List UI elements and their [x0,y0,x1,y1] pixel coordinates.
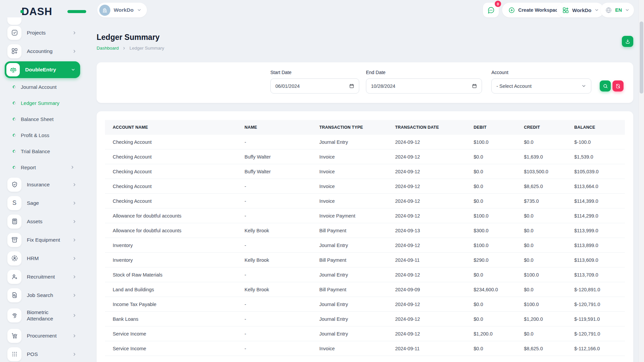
cell-name: - [237,312,312,326]
sidebar-item-projects[interactable]: Projects [0,23,83,42]
cell-credit: $0.0 [516,326,567,341]
sidebar-item-insurance[interactable]: Insurance [0,175,83,194]
account-label: Account [491,70,508,75]
column-header-transaction-date: TRANSACTION DATE [387,120,466,135]
sidebar-item-fix-equipment[interactable]: Fix Equipment [0,231,83,249]
cell-account-name: Inventory [105,253,237,267]
column-header-credit: CREDIT [516,120,567,135]
double-entry-icon [6,63,20,76]
cell-balance: $-120,791.0 [567,326,625,341]
sidebar-item-accounting[interactable]: Accounting [0,42,83,60]
cell-transaction-type: Invoice [312,341,387,356]
cell-transaction-date: 2024-09-12 [387,194,466,208]
sidebar-item-assets[interactable]: Assets [0,212,83,231]
cell-balance: $105,039.0 [567,164,625,179]
sidebar-subitem-profit-loss[interactable]: Profit & Loss [0,127,83,143]
chevron-right-icon [70,165,75,170]
sidebar-subitem-trial-balance[interactable]: Trial Balance [0,143,83,159]
table-row: Checking AccountBuffy WalterInvoice2024-… [105,164,625,179]
sidebar-item-pos[interactable]: POS [0,345,83,362]
apply-filter-button[interactable] [600,80,611,92]
end-date-input[interactable] [366,78,482,94]
reset-filter-button[interactable] [612,80,624,92]
scrollbar-thumb[interactable] [640,21,643,94]
cell-debit: $300.0 [466,223,516,238]
sidebar-item-sage[interactable]: SSage [0,194,83,212]
chevron-down-icon [137,8,142,12]
table-row: Land and BuildingsKelly BrookBill Paymen… [105,282,625,297]
sage-icon: S [7,196,21,210]
account-select[interactable]: - Select Account [491,78,591,94]
filter-panel: Start Date End Date Account - Select Acc… [97,62,633,103]
cell-transaction-date: 2024-09-12 [387,208,466,223]
language-selector[interactable]: EN [600,3,634,17]
cell-transaction-date: 2024-09-12 [387,326,466,341]
accounting-icon [7,44,21,58]
chevron-down-icon [581,83,586,88]
chat-icon [487,6,495,14]
cell-name: Kelly Brook [237,223,312,238]
chevron-down-icon [71,67,75,72]
breadcrumb: Dashboard Ledger Summary [97,46,164,51]
sidebar-subitem-journal-account[interactable]: Journal Account [0,79,83,95]
logo-accent-dash [67,10,86,13]
cell-balance: $-119,591.0 [567,312,625,326]
procurement-icon [7,329,21,343]
cell-account-name: Allowance for doubtful accounts [105,208,237,223]
workspace-menu-button[interactable]: WorkDo [557,3,604,17]
cell-credit: $100.0 [516,267,567,282]
messages-button[interactable]: 0 [483,3,499,17]
start-date-label: Start Date [270,70,291,75]
insurance-icon [7,178,21,192]
cell-credit: $103,500.0 [516,164,567,179]
start-date-input[interactable] [270,78,359,94]
table-row: Inventory-Journal Entry2024-09-12$100.0$… [105,238,625,253]
cell-account-name: Checking Account [105,164,237,179]
export-download-button[interactable] [622,36,633,47]
language-code: EN [615,7,622,13]
chevron-right-icon [72,313,77,318]
cell-account-name: Service Income [105,341,237,356]
sidebar-item-doubleentry[interactable]: DoubleEntry [5,61,80,78]
workspace-switcher[interactable]: WorkDo [97,3,147,17]
chevron-right-icon [72,275,77,279]
table-row: Allowance for doubtful accounts-Invoice … [105,208,625,223]
cell-debit: $0.0 [466,312,516,326]
chevron-right-icon [72,219,77,224]
cell-debit: $100.0 [466,208,516,223]
submenu-bullet-icon [12,149,16,153]
messages-count-badge: 0 [495,1,501,7]
cell-balance: $-100.0 [567,135,625,149]
table-row: Checking Account-Journal Entry2024-09-12… [105,135,625,149]
cell-credit: $0.0 [516,282,567,297]
sidebar-subitem-report[interactable]: Report [0,159,83,175]
cell-transaction-type: Bill Payment [312,223,387,238]
sidebar-subitem-balance-sheet[interactable]: Balance Sheet [0,111,83,127]
app-logo[interactable]: DASH [21,5,52,17]
column-header-transaction-type: TRANSACTION TYPE [312,120,387,135]
cell-transaction-date: 2024-09-09 [387,282,466,297]
sidebar-item-procurement[interactable]: Procurement [0,326,83,345]
sidebar-item-hrm[interactable]: HRM [0,249,83,267]
chevron-right-icon [72,49,77,54]
sidebar-item-recruitment[interactable]: Recruitment [0,267,83,286]
cell-transaction-date: 2024-09-12 [387,238,466,253]
cell-credit: $1,200.0 [516,312,567,326]
cell-transaction-type: Journal Entry [312,267,387,282]
biometric-attendance-icon [7,308,21,322]
pos-icon [7,347,21,361]
cell-transaction-date: 2024-09-12 [387,135,466,149]
breadcrumb-current: Ledger Summary [129,46,164,51]
sidebar-item-biometric-attendance[interactable]: Biometric Attendance [0,304,83,326]
table-row: Checking AccountBuffy WalterInvoice2024-… [105,149,625,164]
sidebar-item-job-search[interactable]: Job Search [0,286,83,304]
cell-balance: $114,299.0 [567,208,625,223]
assets-icon [7,215,21,229]
sidebar-subitem-ledger-summary[interactable]: Ledger Summary [0,95,83,111]
cell-name: - [237,326,312,341]
cell-account-name: Stock of Raw Materials [105,267,237,282]
breadcrumb-dashboard-link[interactable]: Dashboard [97,46,119,51]
cell-transaction-type: Invoice [312,194,387,208]
cell-transaction-type: Bill Payment [312,282,387,297]
cell-name: Kelly Brook [237,253,312,267]
